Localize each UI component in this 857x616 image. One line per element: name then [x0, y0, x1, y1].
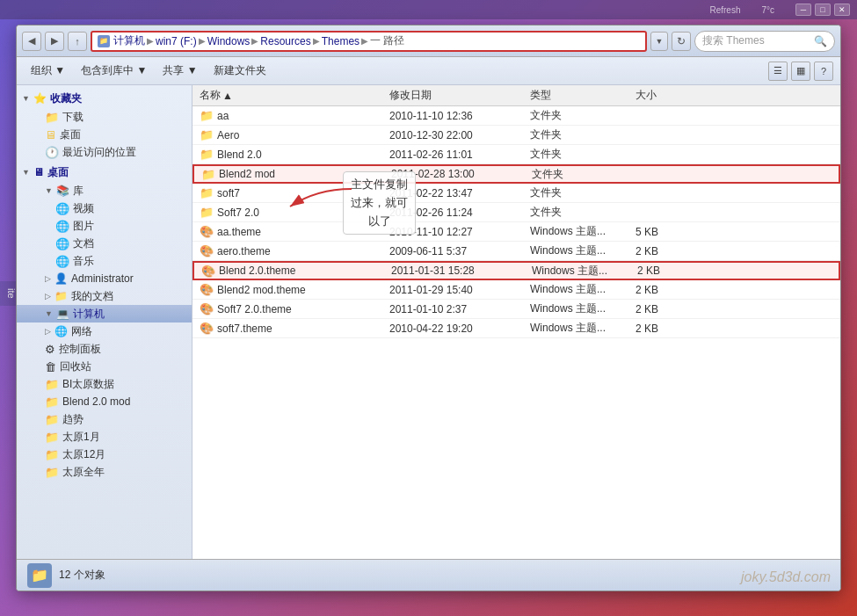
- favorites-expand-icon: ▼: [22, 94, 30, 103]
- sidebar-item-taiyuan-all[interactable]: 📁 太原全年: [17, 463, 192, 481]
- organize-button[interactable]: 组织 ▼: [24, 61, 72, 82]
- sidebar-item-music[interactable]: 🌐 音乐: [17, 252, 192, 270]
- sidebar-item-network[interactable]: ▷ 🌐 网络: [17, 322, 192, 340]
- file-date-cell: 2011-02-28 13:00: [391, 168, 532, 180]
- include-library-button[interactable]: 包含到库中 ▼: [74, 61, 154, 82]
- path-themes: Themes: [322, 35, 360, 47]
- sidebar-item-blend-mod[interactable]: 📁 Blend 2.0 mod: [17, 393, 192, 410]
- top-bar: Refresh 7°c ─ □ ✕: [0, 0, 857, 19]
- table-row[interactable]: 🎨 Soft7 2.0.theme 2011-01-10 2:37 Window…: [192, 300, 840, 319]
- col-header-type[interactable]: 类型: [530, 88, 635, 103]
- help-button[interactable]: ?: [814, 62, 833, 81]
- sidebar-item-recent[interactable]: 🕐 最近访问的位置: [17, 143, 192, 161]
- path-windows: Windows: [207, 35, 251, 47]
- search-placeholder: 搜索 Themes: [702, 33, 810, 48]
- sidebar-item-admin[interactable]: ▷ 👤 Administrator: [17, 270, 192, 287]
- table-row[interactable]: 🎨 aa.theme 2010-11-10 12:27 Windows 主题..…: [192, 222, 840, 242]
- address-dropdown-button[interactable]: ▼: [650, 32, 668, 51]
- status-bar: 📁 12 个对象: [17, 559, 840, 591]
- desktop2-header[interactable]: ▼ 🖥 桌面: [17, 163, 192, 182]
- search-box[interactable]: 搜索 Themes 🔍: [694, 31, 835, 52]
- search-icon[interactable]: 🔍: [813, 34, 827, 48]
- col-header-size[interactable]: 大小: [635, 88, 706, 103]
- table-row[interactable]: 🎨 Blend2 mod.theme 2011-01-29 15:40 Wind…: [192, 280, 840, 300]
- computer-label: 计算机: [73, 307, 105, 322]
- desktop2-icon: 🖥: [33, 166, 44, 178]
- sidebar-item-doc[interactable]: 🌐 文档: [17, 235, 192, 252]
- admin-expand-icon: ▷: [45, 274, 51, 283]
- new-folder-button[interactable]: 新建文件夹: [207, 61, 273, 82]
- file-date-cell: 2010-11-10 12:27: [389, 226, 530, 238]
- file-size-cell: 2 KB: [635, 322, 706, 335]
- mydoc-expand-icon: ▷: [45, 292, 51, 301]
- sidebar: ▼ ⭐ 收藏夹 📁 下载 🖥 桌面 🕐 最近访问的位置: [17, 85, 192, 559]
- file-name-cell: 📁 Soft7 2.0: [196, 206, 389, 220]
- file-name-cell: 📁 soft7: [196, 186, 389, 200]
- sidebar-item-taiyuan12[interactable]: 📁 太原12月: [17, 446, 192, 463]
- file-date-cell: 2011-01-10 2:37: [389, 303, 530, 315]
- sidebar-item-control[interactable]: ⚙ 控制面板: [17, 340, 192, 358]
- view-list-button[interactable]: ☰: [768, 62, 788, 81]
- sidebar-item-library[interactable]: ▼ 📚 库: [17, 182, 192, 199]
- sidebar-item-taiyuan1[interactable]: 📁 太原1月: [17, 428, 192, 446]
- sidebar-item-bidata[interactable]: 📁 BI太原数据: [17, 375, 192, 393]
- theme-icon: 🎨: [200, 302, 214, 316]
- table-row[interactable]: 📁 Blend 2.0 2011-02-26 11:01 文件夹: [192, 145, 840, 164]
- sidebar-item-computer[interactable]: ▼ 💻 计算机: [17, 305, 192, 322]
- file-name-cell: 🎨 soft7.theme: [196, 322, 389, 336]
- sidebar-item-trend[interactable]: 📁 趋势: [17, 410, 192, 428]
- share-button[interactable]: 共享 ▼: [156, 61, 204, 82]
- view-details-button[interactable]: ▦: [791, 62, 810, 81]
- recent-label: 最近访问的位置: [62, 145, 136, 160]
- back-button[interactable]: ◀: [22, 32, 41, 51]
- table-row[interactable]: 📁 aa 2010-11-10 12:36 文件夹: [192, 106, 840, 126]
- network-label: 网络: [71, 324, 92, 339]
- path-highlight: 一 路径: [370, 33, 404, 48]
- table-row[interactable]: 🎨 Blend 2.0.theme 2011-01-31 15:28 Windo…: [192, 261, 840, 280]
- downloads-icon: 📁: [45, 111, 59, 124]
- column-headers: 名称 ▲ 修改日期 类型 大小: [192, 85, 840, 106]
- mydoc-label: 我的文档: [71, 289, 113, 304]
- refresh-button[interactable]: ↻: [672, 32, 691, 51]
- table-row[interactable]: 🎨 soft7.theme 2010-04-22 19:20 Windows 主…: [192, 319, 840, 338]
- table-row[interactable]: 📁 soft7 2011-02-22 13:47 文件夹: [192, 184, 840, 203]
- file-list: 📁 aa 2010-11-10 12:36 文件夹 📁 Aero 2010-12…: [192, 106, 840, 559]
- desktop2-label: 桌面: [47, 165, 69, 180]
- sidebar-item-desktop[interactable]: 🖥 桌面: [17, 126, 192, 143]
- sidebar-item-recycle[interactable]: 🗑 回收站: [17, 358, 192, 375]
- minimize-button[interactable]: ─: [795, 4, 811, 16]
- close-button[interactable]: ✕: [834, 4, 850, 16]
- file-date-cell: 2011-02-26 11:24: [389, 207, 530, 219]
- table-row[interactable]: 📁 Soft7 2.0 2011-02-26 11:24 文件夹: [192, 203, 840, 222]
- table-row[interactable]: 📁 Aero 2010-12-30 22:00 文件夹: [192, 126, 840, 145]
- table-row[interactable]: 📁 Blend2 mod 2011-02-28 13:00 文件夹: [192, 164, 840, 184]
- theme-icon: 🎨: [200, 283, 214, 297]
- file-date-cell: 2011-02-22 13:47: [389, 187, 530, 199]
- col-header-name[interactable]: 名称 ▲: [196, 88, 389, 103]
- file-type-cell: 文件夹: [530, 108, 635, 123]
- forward-button[interactable]: ▶: [45, 32, 64, 51]
- col-header-date[interactable]: 修改日期: [389, 88, 530, 103]
- up-button[interactable]: ↑: [68, 32, 87, 51]
- file-name-cell: 📁 aa: [196, 109, 389, 123]
- sidebar-item-downloads[interactable]: 📁 下载: [17, 108, 192, 126]
- taiyuan12-label: 太原12月: [62, 447, 105, 462]
- favorites-header[interactable]: ▼ ⭐ 收藏夹: [17, 89, 192, 108]
- taiyuan-all-icon: 📁: [45, 466, 59, 479]
- file-size-cell: 2 KB: [635, 245, 706, 257]
- sidebar-item-mydoc[interactable]: ▷ 📁 我的文档: [17, 287, 192, 305]
- file-name-cell: 🎨 Blend 2.0.theme: [198, 264, 391, 278]
- recent-icon: 🕐: [45, 146, 59, 159]
- recycle-label: 回收站: [60, 359, 91, 374]
- address-box[interactable]: 📁 计算机 ▶ win7 (F:) ▶ Windows ▶ Resources …: [91, 31, 647, 52]
- table-row[interactable]: 🎨 aero.theme 2009-06-11 5:37 Windows 主题.…: [192, 242, 840, 261]
- sidebar-item-video[interactable]: 🌐 视频: [17, 199, 192, 217]
- bidata-label: BI太原数据: [62, 377, 114, 392]
- bidata-icon: 📁: [45, 378, 59, 391]
- recycle-icon: 🗑: [45, 360, 56, 373]
- computer-expand-icon: ▼: [45, 309, 53, 318]
- maximize-button[interactable]: □: [815, 4, 831, 16]
- sort-icon: ▲: [222, 90, 233, 102]
- sidebar-item-image[interactable]: 🌐 图片: [17, 217, 192, 235]
- downloads-label: 下载: [62, 110, 84, 125]
